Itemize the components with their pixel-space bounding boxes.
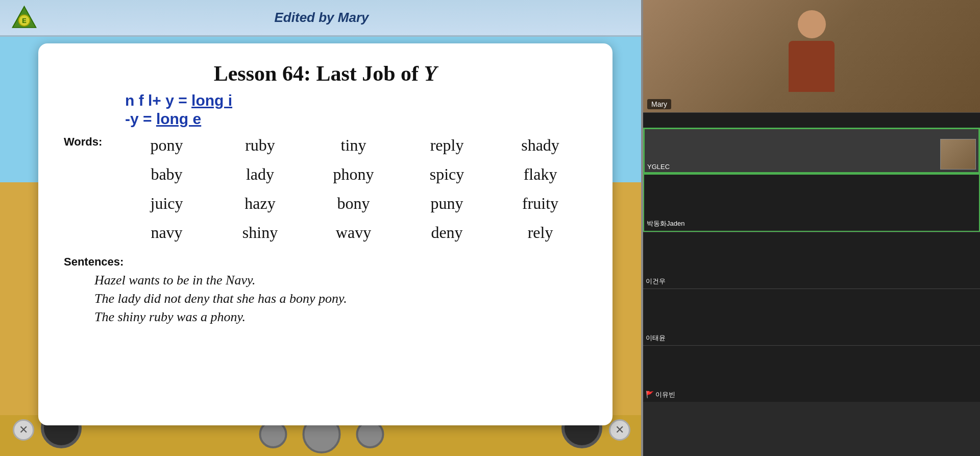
rule-line-2: -y = long e (125, 110, 587, 128)
rule-line-1: n f l+ y = long i (125, 92, 587, 109)
mary-head (798, 10, 826, 38)
mary-name-badge: Mary (647, 99, 671, 109)
edited-by-label: Edited by Mary (275, 10, 369, 26)
iyubin-inner: 🚩이유빈 (643, 346, 980, 402)
main-content-area: E Edited by Mary Lesson 64: Last Job of … (0, 0, 643, 456)
participants-panel: Mary YGLEC 박동화Jaden 이건우 이태윤 🚩이유빈 (643, 0, 980, 456)
next-icon: ✕ (615, 423, 624, 437)
sentences-section: Sentences: Hazel wants to be in the Navy… (64, 255, 587, 325)
word-ruby: ruby (213, 133, 307, 158)
word-lady: lady (213, 162, 307, 187)
rule2-text: -y = long e (125, 110, 201, 127)
yglec-thumbnail (940, 139, 976, 170)
header-bar: E Edited by Mary (0, 0, 643, 37)
lesson-title-y: Y (424, 62, 437, 85)
yglec-name-badge: YGLEC (647, 163, 670, 171)
igeonwoo-tile: 이건우 (643, 232, 980, 289)
next-button[interactable]: ✕ (609, 419, 630, 441)
phonics-rules: n f l+ y = long i -y = long e (125, 92, 587, 128)
word-wavy: wavy (307, 220, 400, 245)
yglec-tile: YGLEC (643, 112, 980, 174)
word-shiny: shiny (213, 220, 307, 245)
itaeyun-name: 이태윤 (646, 333, 666, 343)
itaeyun-inner: 이태윤 (643, 289, 980, 345)
igeonwoo-inner: 이건우 (643, 232, 980, 289)
word-spicy: spicy (400, 162, 494, 187)
word-navy: navy (120, 220, 213, 245)
sentence-2: The lady did not deny that she has a bon… (94, 291, 587, 306)
sentence-1: Hazel wants to be in the Navy. (94, 273, 587, 288)
word-deny: deny (400, 220, 494, 245)
flag-icon: 🚩 (646, 391, 654, 398)
sentence-3: The shiny ruby was a phony. (94, 309, 587, 325)
word-pony: pony (120, 133, 213, 158)
itaeyun-tile: 이태윤 (643, 289, 980, 345)
igeonwoo-name: 이건우 (646, 277, 666, 286)
jaden-inner: 박동화Jaden (644, 175, 979, 231)
words-section: Words: pony ruby tiny reply shady baby l… (64, 133, 587, 245)
mary-video-tile: Mary (643, 0, 980, 112)
word-rely: rely (494, 220, 587, 245)
word-juicy: juicy (120, 191, 213, 216)
svg-text:E: E (22, 17, 27, 25)
iyubin-name: 🚩이유빈 (646, 390, 675, 399)
app-logo: E (10, 4, 38, 32)
word-phony: phony (307, 162, 400, 187)
sentences-label: Sentences: (64, 255, 587, 269)
lesson-title-text: Lesson 64: Last Job of (214, 62, 424, 85)
words-label: Words: (64, 135, 120, 149)
words-grid: pony ruby tiny reply shady baby lady pho… (120, 133, 587, 245)
panel-divider (641, 0, 643, 456)
mary-body (789, 41, 835, 92)
word-reply: reply (400, 133, 494, 158)
mary-video-background (643, 0, 980, 112)
word-flaky: flaky (494, 162, 587, 187)
word-tiny: tiny (307, 133, 400, 158)
jaden-tile: 박동화Jaden (643, 174, 980, 232)
prev-icon: ✕ (19, 423, 28, 437)
lesson-card: Lesson 64: Last Job of Y n f l+ y = long… (38, 43, 612, 425)
prev-button[interactable]: ✕ (13, 419, 34, 441)
iyubin-tile: 🚩이유빈 (643, 345, 980, 402)
lesson-title: Lesson 64: Last Job of Y (64, 61, 587, 86)
word-fruity: fruity (494, 191, 587, 216)
word-hazy: hazy (213, 191, 307, 216)
word-shady: shady (494, 133, 587, 158)
rule1-text: n f l+ y = long i (125, 92, 232, 109)
word-baby: baby (120, 162, 213, 187)
yglec-inner: YGLEC (643, 128, 980, 174)
mary-avatar (781, 10, 842, 102)
jaden-name: 박동화Jaden (647, 219, 684, 228)
word-bony: bony (307, 191, 400, 216)
word-puny: puny (400, 191, 494, 216)
